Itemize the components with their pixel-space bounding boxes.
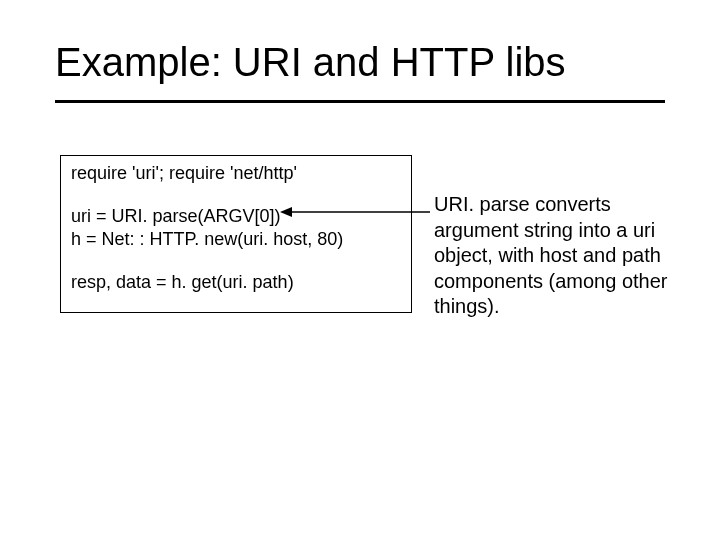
explain-and: and bbox=[583, 244, 622, 266]
explain-host: host bbox=[540, 244, 583, 266]
svg-marker-1 bbox=[280, 207, 292, 217]
code-line-1: require 'uri'; require 'net/http' bbox=[71, 162, 401, 185]
slide-title: Example: URI and HTTP libs bbox=[55, 40, 566, 85]
code-block: require 'uri'; require 'net/http' uri = … bbox=[60, 155, 412, 313]
arrow-icon bbox=[280, 205, 432, 219]
code-line-2b: URI. parse bbox=[112, 206, 198, 226]
code-line-4: resp, data = h. get(uri. path) bbox=[71, 271, 401, 294]
code-line-3: h = Net: : HTTP. new(uri. host, 80) bbox=[71, 228, 401, 251]
explain-uri-parse: URI. parse bbox=[434, 193, 535, 215]
title-underline bbox=[55, 100, 665, 103]
code-line-2c: (ARGV[0]) bbox=[198, 206, 281, 226]
code-line-2a: uri = bbox=[71, 206, 112, 226]
explain-body-2: components (among other things). bbox=[434, 270, 667, 318]
explanation-text: URI. parse converts argument string into… bbox=[434, 192, 689, 320]
explain-path: path bbox=[622, 244, 661, 266]
